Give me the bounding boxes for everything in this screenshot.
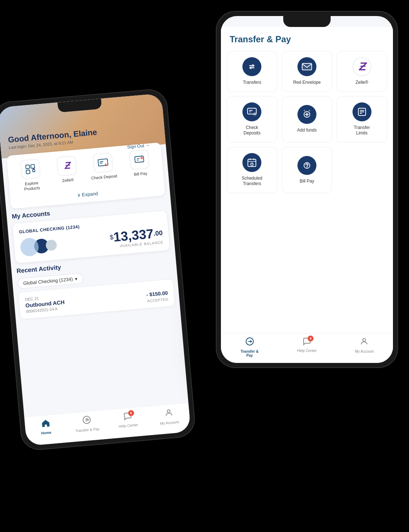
nav2-transfer-pay-icon (245, 337, 254, 348)
zelle-label: Zelle® (62, 177, 74, 183)
bill-pay-icon (129, 149, 149, 170)
transfer-limits-label: TransferLimits (354, 125, 370, 136)
quick-link-bill-pay[interactable]: Bill Pay (124, 149, 156, 183)
nav-transfer-pay[interactable]: Transfer & Pay (73, 414, 100, 433)
check-deposits-label: CheckDeposits (244, 125, 261, 136)
phone2-notch (283, 16, 331, 27)
scheduled-icon (242, 153, 261, 172)
nav-home-label: Home (41, 430, 52, 435)
grid-item-scheduled[interactable]: ScheduledTransfers (227, 147, 277, 193)
phone2-header: Transfer & Pay (221, 27, 393, 48)
home-icon (41, 419, 50, 430)
transaction-right: - $150.00 ACCEPTED (146, 290, 169, 303)
phone2-screen: Transfer & Pay Transfers (221, 16, 393, 363)
bill-pay-grid-icon (297, 156, 316, 175)
phone1-content: Good Afternoon, Elaine Last login: Dec 2… (0, 103, 191, 446)
phone1-screen: Good Afternoon, Elaine Last login: Dec 2… (0, 93, 191, 446)
transaction-status: ACCEPTED (147, 297, 168, 303)
nav2-transfer-pay-label: Transfer & Pay (237, 349, 262, 357)
check-deposit-label: Check Deposit (91, 173, 118, 181)
nav-help-label: Help Center (118, 423, 138, 429)
transfers-icon (242, 57, 261, 76)
explore-icon (20, 159, 40, 179)
bottom-nav-2: Transfer & Pay 9 Help Center (221, 333, 393, 363)
nav2-transfer-pay[interactable]: Transfer & Pay (237, 337, 262, 357)
quick-link-check-deposit[interactable]: Check Deposit (87, 152, 119, 186)
grid-item-bill-pay[interactable]: Bill Pay (282, 147, 332, 193)
nav2-my-account-label: My Account (355, 349, 374, 353)
zelle-grid-icon: Ƶ (352, 57, 371, 76)
balance-right: $13,337.00 AVAILABLE BALANCE (109, 226, 164, 249)
transaction-left: Outbound ACH 0006142021-24 A (25, 299, 65, 313)
dropdown-label: Global Checking (1234) (23, 276, 73, 286)
nav-home[interactable]: Home (32, 418, 59, 436)
svg-rect-2 (26, 170, 30, 174)
svg-line-8 (100, 163, 102, 164)
phone2-content: Transfer & Pay Transfers (221, 27, 393, 363)
phone2-device: Transfer & Pay Transfers (216, 11, 398, 368)
nav-help-center[interactable]: 9 Help Center (114, 411, 141, 429)
scheduled-label: ScheduledTransfers (242, 176, 262, 187)
check-deposits-icon (242, 102, 261, 121)
nav-transfer-pay-label: Transfer & Pay (75, 427, 100, 433)
transfer-pay-icon (82, 415, 91, 427)
zelle-grid-label: Zelle® (355, 80, 368, 86)
account-dropdown[interactable]: Global Checking (1234) ▾ (17, 273, 83, 289)
bill-pay-label: Bill Pay (134, 171, 148, 177)
quick-link-explore[interactable]: ExploreProducts (15, 159, 47, 192)
grid-item-check-deposits[interactable]: CheckDeposits (227, 96, 277, 142)
nav2-help-badge: 9 (308, 336, 313, 341)
nav-my-account-label: My Account (160, 420, 179, 425)
phone1-device: Good Afternoon, Elaine Last login: Dec 2… (0, 88, 196, 451)
my-account-icon (164, 408, 174, 420)
svg-point-15 (167, 410, 170, 413)
zelle-icon: Ƶ (57, 156, 77, 176)
nav2-help-label: Help Center (297, 349, 316, 353)
nav-my-account[interactable]: My Account (156, 407, 183, 426)
balance-cents: .00 (153, 229, 163, 237)
svg-line-10 (137, 159, 140, 159)
nav2-help-center[interactable]: 9 Help Center (294, 337, 320, 353)
transfer-pay-title: Transfer & Pay (230, 34, 384, 44)
bottom-nav-1: Home Transfer & Pay (24, 403, 191, 446)
nav2-help-badge-container: 9 (303, 337, 311, 347)
nav2-my-account[interactable]: My Account (351, 337, 377, 353)
bill-pay-grid-label: Bill Pay (300, 179, 314, 184)
dropdown-chevron: ▾ (75, 276, 78, 282)
transfer-limits-icon (352, 102, 371, 121)
transfers-label: Transfers (243, 80, 261, 86)
grid-item-add-funds[interactable]: Add funds (282, 96, 332, 142)
account-graphic (20, 235, 58, 257)
phone2-grid: Transfers Red Envelope (221, 48, 393, 196)
grid-item-zelle[interactable]: Ƶ Zelle® (336, 51, 387, 92)
add-funds-label: Add funds (297, 128, 317, 133)
recent-activity-section: Recent Activity Global Checking (1234) ▾… (16, 254, 175, 319)
svg-rect-0 (26, 165, 30, 169)
svg-rect-9 (135, 156, 144, 163)
help-center-badge-container: 9 (123, 412, 132, 423)
red-envelope-label: Red Envelope (293, 80, 320, 86)
nav2-my-account-icon (360, 337, 369, 348)
grid-item-red-envelope[interactable]: Red Envelope (282, 51, 332, 92)
grid-item-transfer-limits[interactable]: TransferLimits (336, 96, 387, 142)
add-funds-icon (297, 105, 316, 124)
circle-light (20, 237, 39, 257)
svg-line-5 (32, 168, 35, 169)
svg-point-16 (248, 62, 256, 71)
explore-label: ExploreProducts (23, 180, 40, 192)
transaction-amount: - $150.00 (146, 290, 168, 297)
svg-rect-17 (302, 63, 312, 70)
svg-point-35 (363, 339, 366, 341)
svg-line-7 (100, 162, 103, 162)
my-accounts-section: My Accounts GLOBAL CHECKING (1234) $13,3… (12, 200, 170, 263)
quick-link-zelle[interactable]: Ƶ Zelle® (51, 155, 83, 189)
svg-rect-1 (31, 164, 35, 168)
svg-rect-3 (32, 169, 35, 172)
grid-item-transfers[interactable]: Transfers (227, 51, 277, 92)
account-card[interactable]: GLOBAL CHECKING (1234) $13,337.00 AVAILA… (12, 211, 170, 263)
check-deposit-icon (93, 153, 113, 173)
red-envelope-icon (297, 57, 316, 76)
